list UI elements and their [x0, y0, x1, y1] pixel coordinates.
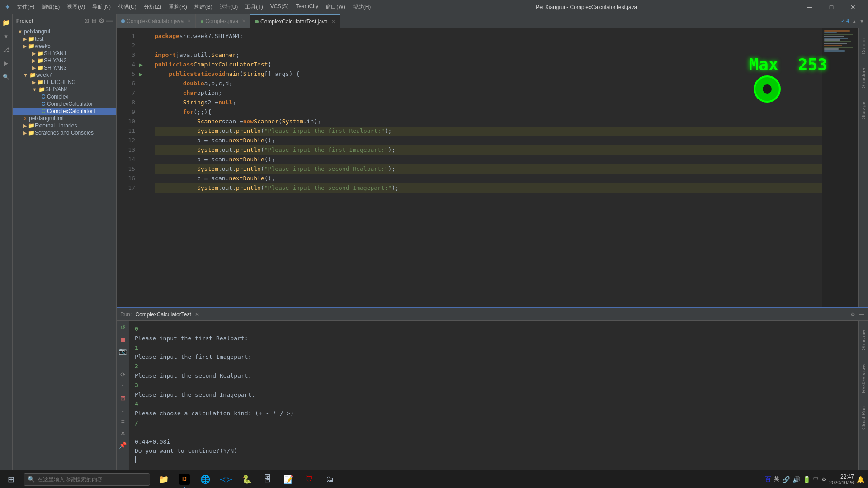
tree-item-shiyan1[interactable]: ▶ 📁 SHIYAN1 — [13, 50, 116, 57]
scroll-up-icon[interactable]: ▲ — [852, 19, 857, 24]
sidebar-actions[interactable]: ⊙ ⊟ ⚙ — — [84, 17, 113, 24]
menu-edit[interactable]: 编辑(E) — [39, 2, 62, 12]
clear-button[interactable]: ⊠ — [118, 393, 128, 403]
start-button[interactable]: ⊞ — [0, 470, 22, 488]
menu-window[interactable]: 窗口(W) — [323, 2, 348, 12]
tree-item-peixiangrui[interactable]: ▼ peixiangrui — [13, 28, 116, 35]
run-tab-close[interactable]: ✕ — [195, 311, 199, 318]
console-output[interactable]: 0 Please input the first Realpart: 1 Ple… — [129, 321, 858, 470]
taskbar-app-database[interactable]: 🗄 — [258, 470, 278, 488]
maximize-button[interactable]: □ — [821, 0, 842, 14]
tab-close-complexcalculatortest[interactable]: ✕ — [331, 19, 335, 24]
menu-refactor[interactable]: 重构(R) — [166, 2, 190, 12]
taskbar-app-python[interactable]: 🐍 — [237, 470, 257, 488]
sidebar-label-commit[interactable]: Commit — [861, 37, 866, 54]
rerun-button[interactable]: ↺ — [118, 323, 128, 333]
scroll-down-button[interactable]: ↓ — [118, 405, 128, 415]
run-label-services[interactable]: RestServices — [861, 364, 866, 393]
menu-view[interactable]: 视图(V) — [64, 2, 88, 12]
tree-item-iml[interactable]: x peixiangrui.iml — [13, 115, 116, 122]
minimize-button[interactable]: ─ — [799, 0, 820, 14]
tree-item-shiyan2[interactable]: ▶ 📁 SHIYAN2 — [13, 57, 116, 64]
tab-close-complex[interactable]: ✕ — [242, 19, 245, 23]
tab-complex[interactable]: ● Complex.java ✕ — [196, 14, 250, 28]
sidebar-label-storage[interactable]: Storage — [861, 102, 866, 119]
tree-item-external-libraries[interactable]: ▶ 📁 External Libraries — [13, 122, 116, 129]
tab-complexcalculator[interactable]: ComplexCalculator.java ✕ — [117, 14, 196, 28]
console-line-8: 4 — [135, 399, 853, 409]
code-content[interactable]: package src.week7.SHIYAN4; import java.u… — [147, 28, 822, 307]
menu-nav[interactable]: 导航(N) — [90, 2, 113, 12]
tree-item-complexcalculatortest[interactable]: C ComplexCalculatorT — [13, 108, 116, 115]
notification-icon[interactable]: 🔔 — [857, 476, 864, 483]
taskbar-icon-network[interactable]: 🔗 — [782, 476, 790, 483]
screenshot-button[interactable]: 📷 — [118, 346, 128, 356]
run-ind-5[interactable]: ▶ — [139, 70, 147, 79]
tree-item-shiyan4[interactable]: ▼ 📁 SHIYAN4 — [13, 86, 116, 93]
sidebar-action-settings[interactable]: ⚙ — [99, 17, 104, 24]
taskbar-icon-battery[interactable]: 🔋 — [803, 476, 811, 483]
menu-help[interactable]: 帮助(H) — [350, 2, 374, 12]
menu-run[interactable]: 运行(U) — [217, 2, 241, 12]
taskbar-app-vscode[interactable]: ≺≻ — [216, 470, 236, 488]
menu-bar[interactable]: 文件(F) 编辑(E) 视图(V) 导航(N) 代码(C) 分析(Z) 重构(R… — [14, 2, 373, 12]
tree-item-test[interactable]: ▶ 📁 test — [13, 35, 116, 42]
taskbar-icon-volume[interactable]: 🔊 — [793, 476, 800, 483]
stop-button[interactable]: ◼ — [118, 334, 128, 344]
close-button[interactable]: ✕ — [843, 0, 863, 14]
sidebar-action-hide[interactable]: — — [106, 17, 113, 24]
tab-close-complexcalculator[interactable]: ✕ — [187, 19, 191, 23]
tree-item-week7[interactable]: ▼ 📁 week7 — [13, 71, 116, 79]
more-options-button[interactable]: ⋮ — [118, 358, 128, 368]
taskbar-search-input[interactable] — [38, 476, 146, 483]
menu-tools[interactable]: 工具(T) — [242, 2, 265, 12]
taskbar-app-security[interactable]: 🛡 — [299, 470, 319, 488]
menu-file[interactable]: 文件(F) — [14, 2, 37, 12]
menu-build[interactable]: 构建(B) — [192, 2, 215, 12]
settings2-button[interactable]: ≡ — [118, 417, 128, 427]
sidebar-action-collapse[interactable]: ⊟ — [91, 17, 97, 24]
run-label-structure[interactable]: Structure — [861, 330, 866, 350]
reload-button[interactable]: ⟳ — [118, 370, 128, 380]
sidebar-action-scope[interactable]: ⊙ — [84, 17, 90, 24]
pin-button[interactable]: 📌 — [118, 440, 128, 450]
tree-item-shiyan3[interactable]: ▶ 📁 SHIYAN3 — [13, 64, 116, 71]
activity-bookmark[interactable]: ★ — [0, 30, 13, 42]
run-label-cloud[interactable]: Cloud Run — [861, 406, 866, 430]
tree-item-leijicheng[interactable]: ▶ 📁 LEIJICHENG — [13, 79, 116, 86]
menu-vcs[interactable]: VCS(S) — [268, 2, 292, 12]
baidu-icon[interactable]: 百 — [765, 475, 771, 483]
tree-item-complex[interactable]: C Complex — [13, 93, 116, 100]
run-tab-complextest[interactable]: ComplexCalculatorTest — [135, 311, 191, 318]
run-settings-button[interactable]: ⚙ — [850, 311, 855, 318]
sidebar-label-structure[interactable]: Structure — [861, 68, 866, 88]
run-panel-hide[interactable]: — — [859, 311, 864, 318]
menu-teamcity[interactable]: TeamCity — [293, 2, 321, 12]
activity-git[interactable]: ⎇ — [0, 43, 13, 56]
taskbar-app-filemanager[interactable]: 🗂 — [320, 470, 340, 488]
close2-button[interactable]: ✕ — [118, 428, 128, 438]
run-ind-4[interactable]: ▶ — [139, 60, 147, 70]
taskbar-search-box[interactable]: 🔍 — [24, 473, 150, 486]
menu-analyze[interactable]: 分析(Z) — [141, 2, 164, 12]
tab-complexcalculatortest[interactable]: ComplexCalculatorTest.java ✕ — [250, 14, 340, 28]
lang-icon[interactable]: 英 — [774, 475, 779, 483]
activity-project[interactable]: 📁 — [0, 16, 13, 29]
taskbar-clock[interactable]: 22:47 2020/10/26 — [829, 474, 854, 485]
scroll-down-icon[interactable]: ▼ — [859, 19, 864, 24]
taskbar-app-intellij[interactable]: IJ — [175, 470, 194, 488]
activity-run[interactable]: ▶ — [0, 57, 13, 70]
window-controls[interactable]: ─ □ ✕ — [799, 0, 863, 14]
tree-item-scratches[interactable]: ▶ 📁 Scratches and Consoles — [13, 129, 116, 136]
cursor-input[interactable] — [135, 456, 139, 463]
taskbar-icon-settings[interactable]: ⚙ — [821, 476, 826, 483]
tree-item-week5[interactable]: ▶ 📁 week5 — [13, 42, 116, 50]
tree-item-complexcalculator[interactable]: C ComplexCalculator — [13, 100, 116, 108]
taskbar-app-explorer[interactable]: 📁 — [154, 470, 174, 488]
taskbar-app-edge[interactable]: 🌐 — [195, 470, 215, 488]
menu-code[interactable]: 代码(C) — [115, 2, 139, 12]
taskbar-icon-chinese[interactable]: 中 — [813, 475, 819, 483]
activity-search[interactable]: 🔍 — [0, 70, 13, 83]
taskbar-app-notepad[interactable]: 📝 — [278, 470, 298, 488]
scroll-up-button[interactable]: ↑ — [118, 381, 128, 391]
